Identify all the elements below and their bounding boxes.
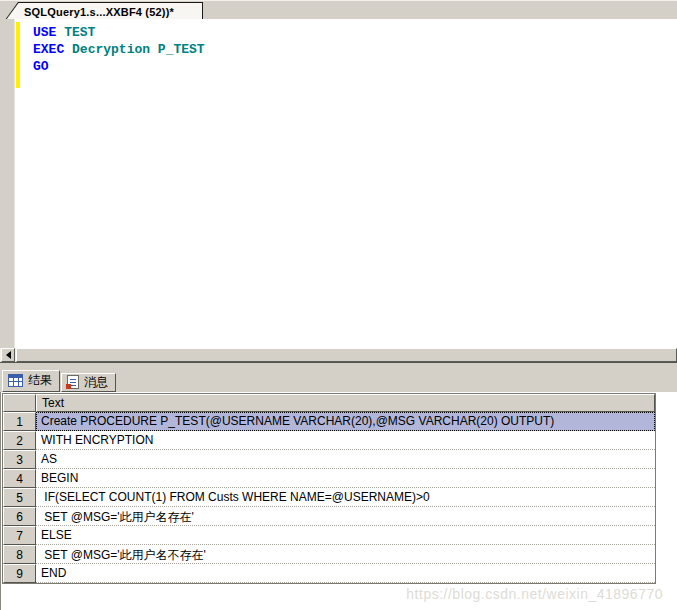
results-grid: Text 1Create PROCEDURE P_TEST(@USERNAME … <box>2 393 656 584</box>
row-cell[interactable]: SET @MSG='此用户名不存在' <box>36 545 655 564</box>
watermark: https://blog.csdn.net/weixin_41896770 <box>406 586 663 602</box>
sql-editor[interactable]: USE TESTEXEC Decryption P_TESTGO <box>0 19 677 348</box>
row-number[interactable]: 9 <box>3 564 36 583</box>
code-line[interactable]: EXEC Decryption P_TEST <box>33 41 673 58</box>
grid-rows: 1Create PROCEDURE P_TEST(@USERNAME VARCH… <box>3 412 655 583</box>
tab-results[interactable]: 结果 <box>2 370 60 392</box>
row-cell[interactable]: IF(SELECT COUNT(1) FROM Custs WHERE NAME… <box>36 488 655 507</box>
results-tab-bar: 结果 消息 <box>0 368 677 392</box>
row-cell[interactable]: ELSE <box>36 526 655 545</box>
row-number[interactable]: 5 <box>3 488 36 507</box>
grid-corner-cell[interactable] <box>3 394 36 412</box>
column-header-text[interactable]: Text <box>36 394 655 412</box>
table-row[interactable]: 4BEGIN <box>3 469 655 488</box>
row-cell[interactable]: AS <box>36 450 655 469</box>
table-row[interactable]: 5 IF(SELECT COUNT(1) FROM Custs WHERE NA… <box>3 488 655 507</box>
code-line[interactable]: GO <box>33 58 673 75</box>
scroll-left-button[interactable] <box>1 348 15 362</box>
code-token: GO <box>33 59 49 74</box>
table-row[interactable]: 8 SET @MSG='此用户名不存在' <box>3 545 655 564</box>
table-row[interactable]: 2WITH ENCRYPTION <box>3 431 655 450</box>
scroll-thumb[interactable] <box>16 348 677 362</box>
grid-icon <box>8 374 23 387</box>
row-number[interactable]: 1 <box>3 412 36 431</box>
editor-hscrollbar[interactable] <box>0 348 677 362</box>
row-cell[interactable]: BEGIN <box>36 469 655 488</box>
scroll-left-icon <box>6 351 11 359</box>
code-token: TEST <box>64 25 95 40</box>
table-row[interactable]: 3AS <box>3 450 655 469</box>
document-tab[interactable]: SQLQuery1.s...XXBF4 (52))* <box>5 2 203 20</box>
table-row[interactable]: 7ELSE <box>3 526 655 545</box>
message-icon <box>67 375 79 389</box>
table-row[interactable]: 6 SET @MSG='此用户名存在' <box>3 507 655 526</box>
row-number[interactable]: 6 <box>3 507 36 526</box>
code-token: Decryption P_TEST <box>72 42 205 57</box>
change-tracking-bar <box>16 22 20 88</box>
grid-header-row: Text <box>3 394 655 412</box>
document-tab-title: SQLQuery1.s...XXBF4 (52))* <box>6 3 202 20</box>
tab-messages[interactable]: 消息 <box>61 373 116 392</box>
code-token: USE <box>33 25 56 40</box>
row-cell[interactable]: WITH ENCRYPTION <box>36 431 655 450</box>
code-line[interactable]: USE TEST <box>33 24 673 41</box>
ssms-query-window: SQLQuery1.s...XXBF4 (52))* USE TESTEXEC … <box>0 0 677 610</box>
row-number[interactable]: 3 <box>3 450 36 469</box>
row-number[interactable]: 7 <box>3 526 36 545</box>
tab-messages-label: 消息 <box>84 374 108 391</box>
row-cell[interactable]: SET @MSG='此用户名存在' <box>36 507 655 526</box>
code-area[interactable]: USE TESTEXEC Decryption P_TESTGO <box>33 24 673 75</box>
row-number[interactable]: 8 <box>3 545 36 564</box>
tab-results-label: 结果 <box>28 372 52 389</box>
document-tab-strip: SQLQuery1.s...XXBF4 (52))* <box>0 0 677 19</box>
row-cell[interactable]: END <box>36 564 655 583</box>
row-number[interactable]: 4 <box>3 469 36 488</box>
results-pane: Text 1Create PROCEDURE P_TEST(@USERNAME … <box>0 392 677 610</box>
table-row[interactable]: 1Create PROCEDURE P_TEST(@USERNAME VARCH… <box>3 412 655 431</box>
code-token <box>64 42 72 57</box>
selection-margin[interactable] <box>0 19 15 348</box>
row-cell[interactable]: Create PROCEDURE P_TEST(@USERNAME VARCHA… <box>36 412 655 431</box>
row-number[interactable]: 2 <box>3 431 36 450</box>
code-token: EXEC <box>33 42 64 57</box>
table-row[interactable]: 9END <box>3 564 655 583</box>
